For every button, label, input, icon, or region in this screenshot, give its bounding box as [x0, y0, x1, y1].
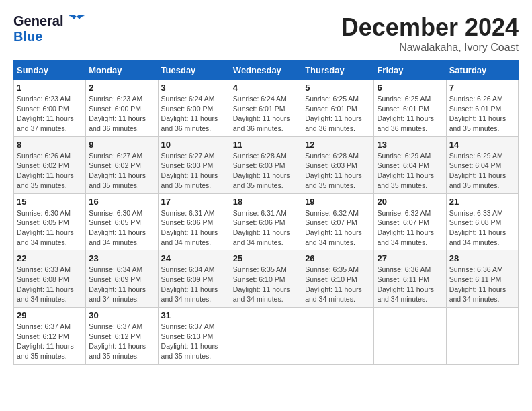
day-number: 28 [449, 253, 515, 263]
logo-general-text: General [13, 13, 63, 29]
day-info: Sunrise: 6:37 AMSunset: 6:12 PMDaylight:… [17, 322, 83, 361]
calendar-cell: 20Sunrise: 6:32 AMSunset: 6:07 PMDayligh… [374, 193, 446, 250]
logo-bird-icon [67, 14, 86, 29]
day-number: 11 [233, 140, 299, 150]
calendar-day-header: Tuesday [158, 61, 230, 80]
day-info: Sunrise: 6:25 AMSunset: 6:01 PMDaylight:… [305, 94, 371, 134]
day-info: Sunrise: 6:28 AMSunset: 6:03 PMDaylight:… [305, 151, 371, 191]
day-number: 2 [89, 83, 154, 93]
day-number: 30 [89, 310, 154, 320]
day-number: 10 [161, 140, 227, 150]
calendar-cell: 3Sunrise: 6:24 AMSunset: 6:00 PMDaylight… [158, 80, 230, 137]
day-number: 26 [305, 253, 371, 263]
day-info: Sunrise: 6:31 AMSunset: 6:06 PMDaylight:… [233, 208, 299, 248]
calendar-cell: 22Sunrise: 6:33 AMSunset: 6:08 PMDayligh… [14, 250, 86, 308]
day-info: Sunrise: 6:24 AMSunset: 6:01 PMDaylight:… [233, 94, 299, 134]
calendar-cell: 5Sunrise: 6:25 AMSunset: 6:01 PMDaylight… [302, 80, 374, 137]
calendar-header-row: SundayMondayTuesdayWednesdayThursdayFrid… [14, 61, 519, 80]
day-number: 22 [17, 253, 83, 263]
day-info: Sunrise: 6:26 AMSunset: 6:02 PMDaylight:… [17, 151, 83, 191]
day-info: Sunrise: 6:35 AMSunset: 6:10 PMDaylight:… [233, 265, 299, 304]
day-number: 24 [161, 253, 227, 263]
day-number: 23 [89, 253, 154, 263]
calendar-table: SundayMondayTuesdayWednesdayThursdayFrid… [13, 60, 519, 365]
calendar-cell: 15Sunrise: 6:30 AMSunset: 6:05 PMDayligh… [14, 193, 86, 250]
calendar-cell: 30Sunrise: 6:37 AMSunset: 6:12 PMDayligh… [86, 308, 158, 365]
day-info: Sunrise: 6:34 AMSunset: 6:09 PMDaylight:… [161, 265, 227, 304]
calendar-cell: 29Sunrise: 6:37 AMSunset: 6:12 PMDayligh… [14, 308, 86, 365]
calendar-cell: 14Sunrise: 6:29 AMSunset: 6:04 PMDayligh… [446, 136, 518, 193]
day-number: 19 [305, 197, 371, 207]
calendar-week-row: 8Sunrise: 6:26 AMSunset: 6:02 PMDaylight… [14, 136, 519, 193]
calendar-cell: 19Sunrise: 6:32 AMSunset: 6:07 PMDayligh… [302, 193, 374, 250]
day-info: Sunrise: 6:26 AMSunset: 6:01 PMDaylight:… [449, 94, 515, 134]
day-info: Sunrise: 6:36 AMSunset: 6:11 PMDaylight:… [377, 265, 443, 304]
day-info: Sunrise: 6:23 AMSunset: 6:00 PMDaylight:… [89, 94, 154, 134]
calendar-cell: 16Sunrise: 6:30 AMSunset: 6:05 PMDayligh… [86, 193, 158, 250]
day-info: Sunrise: 6:33 AMSunset: 6:08 PMDaylight:… [449, 208, 515, 248]
day-number: 3 [161, 83, 227, 93]
calendar-cell: 4Sunrise: 6:24 AMSunset: 6:01 PMDaylight… [230, 80, 302, 137]
day-info: Sunrise: 6:29 AMSunset: 6:04 PMDaylight:… [377, 151, 443, 191]
calendar-day-header: Thursday [302, 61, 374, 80]
day-number: 16 [89, 197, 154, 207]
calendar-week-row: 15Sunrise: 6:30 AMSunset: 6:05 PMDayligh… [14, 193, 519, 250]
day-number: 21 [449, 197, 515, 207]
calendar-cell: 1Sunrise: 6:23 AMSunset: 6:00 PMDaylight… [14, 80, 86, 137]
day-number: 4 [233, 83, 299, 93]
calendar-cell: 17Sunrise: 6:31 AMSunset: 6:06 PMDayligh… [158, 193, 230, 250]
calendar-cell [374, 308, 446, 365]
day-info: Sunrise: 6:35 AMSunset: 6:10 PMDaylight:… [305, 265, 371, 304]
calendar-cell: 27Sunrise: 6:36 AMSunset: 6:11 PMDayligh… [374, 250, 446, 308]
day-info: Sunrise: 6:37 AMSunset: 6:13 PMDaylight:… [161, 322, 227, 361]
calendar-cell: 12Sunrise: 6:28 AMSunset: 6:03 PMDayligh… [302, 136, 374, 193]
day-number: 9 [89, 140, 154, 150]
day-number: 15 [17, 197, 83, 207]
day-number: 25 [233, 253, 299, 263]
day-number: 7 [449, 83, 515, 93]
calendar-week-row: 22Sunrise: 6:33 AMSunset: 6:08 PMDayligh… [14, 250, 519, 308]
calendar-cell: 7Sunrise: 6:26 AMSunset: 6:01 PMDaylight… [446, 80, 518, 137]
day-info: Sunrise: 6:33 AMSunset: 6:08 PMDaylight:… [17, 265, 83, 304]
calendar-cell: 11Sunrise: 6:28 AMSunset: 6:03 PMDayligh… [230, 136, 302, 193]
day-number: 13 [377, 140, 443, 150]
day-info: Sunrise: 6:30 AMSunset: 6:05 PMDaylight:… [89, 208, 154, 248]
day-number: 17 [161, 197, 227, 207]
day-info: Sunrise: 6:31 AMSunset: 6:06 PMDaylight:… [161, 208, 227, 248]
day-info: Sunrise: 6:29 AMSunset: 6:04 PMDaylight:… [449, 151, 515, 191]
day-info: Sunrise: 6:27 AMSunset: 6:03 PMDaylight:… [161, 151, 227, 191]
calendar-week-row: 1Sunrise: 6:23 AMSunset: 6:00 PMDaylight… [14, 80, 519, 137]
calendar-day-header: Friday [374, 61, 446, 80]
day-number: 18 [233, 197, 299, 207]
calendar-cell [230, 308, 302, 365]
calendar-cell: 2Sunrise: 6:23 AMSunset: 6:00 PMDaylight… [86, 80, 158, 137]
day-info: Sunrise: 6:30 AMSunset: 6:05 PMDaylight:… [17, 208, 83, 248]
day-info: Sunrise: 6:36 AMSunset: 6:11 PMDaylight:… [449, 265, 515, 304]
day-info: Sunrise: 6:23 AMSunset: 6:00 PMDaylight:… [17, 94, 83, 134]
calendar-cell: 21Sunrise: 6:33 AMSunset: 6:08 PMDayligh… [446, 193, 518, 250]
calendar-cell: 13Sunrise: 6:29 AMSunset: 6:04 PMDayligh… [374, 136, 446, 193]
calendar-cell: 25Sunrise: 6:35 AMSunset: 6:10 PMDayligh… [230, 250, 302, 308]
page-subtitle: Nawalakaha, Ivory Coast [341, 42, 519, 54]
day-number: 27 [377, 253, 443, 263]
calendar-cell: 10Sunrise: 6:27 AMSunset: 6:03 PMDayligh… [158, 136, 230, 193]
calendar-cell: 28Sunrise: 6:36 AMSunset: 6:11 PMDayligh… [446, 250, 518, 308]
calendar-day-header: Wednesday [230, 61, 302, 80]
logo: General Blue [13, 13, 86, 44]
page-title: December 2024 [341, 13, 519, 42]
calendar-week-row: 29Sunrise: 6:37 AMSunset: 6:12 PMDayligh… [14, 308, 519, 365]
day-info: Sunrise: 6:24 AMSunset: 6:00 PMDaylight:… [161, 94, 227, 134]
calendar-cell: 23Sunrise: 6:34 AMSunset: 6:09 PMDayligh… [86, 250, 158, 308]
day-info: Sunrise: 6:28 AMSunset: 6:03 PMDaylight:… [233, 151, 299, 191]
day-number: 31 [161, 310, 227, 320]
calendar-cell: 9Sunrise: 6:27 AMSunset: 6:02 PMDaylight… [86, 136, 158, 193]
page-header: General Blue December 2024 Nawalakaha, I… [13, 13, 519, 54]
day-info: Sunrise: 6:32 AMSunset: 6:07 PMDaylight:… [377, 208, 443, 248]
calendar-cell: 6Sunrise: 6:25 AMSunset: 6:01 PMDaylight… [374, 80, 446, 137]
day-number: 6 [377, 83, 443, 93]
calendar-cell [446, 308, 518, 365]
calendar-cell [302, 308, 374, 365]
day-info: Sunrise: 6:32 AMSunset: 6:07 PMDaylight:… [305, 208, 371, 248]
day-number: 12 [305, 140, 371, 150]
title-block: December 2024 Nawalakaha, Ivory Coast [341, 13, 519, 54]
